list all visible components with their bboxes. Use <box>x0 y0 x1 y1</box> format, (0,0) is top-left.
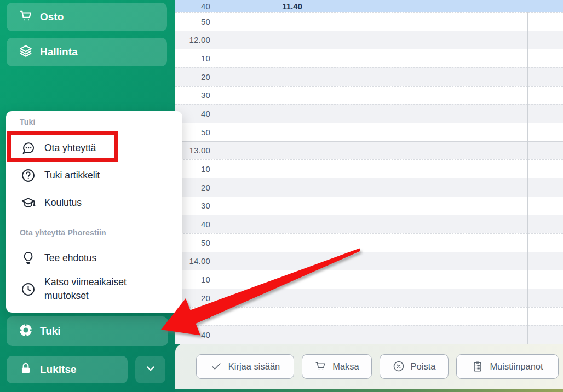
time-slot-row[interactable]: 20 <box>175 67 563 86</box>
popup-item-tuki-artikkelit[interactable]: Tuki artikkelit <box>6 162 182 189</box>
popup-item-tee-ehdotus[interactable]: Tee ehdotus <box>6 244 182 272</box>
time-slot-row[interactable]: 40 <box>175 104 563 123</box>
sidebar-button-label: Tuki <box>40 325 61 337</box>
time-slot-row-selected[interactable]: 4011.40 <box>175 0 563 12</box>
sidebar-button-label: Osto <box>40 11 64 23</box>
chat-bubble-icon <box>21 141 36 155</box>
popup-item-label: Koulutus <box>44 197 82 209</box>
popup-divider <box>6 218 182 218</box>
popup-item-koulutus[interactable]: Koulutus <box>6 189 182 216</box>
time-slot-row[interactable]: 50 <box>175 233 563 252</box>
time-slot-row[interactable]: 10 <box>175 270 563 289</box>
clock-icon <box>21 282 36 297</box>
appointment-action-bar: Kirjaa sisäänMaksaPoistaMuistiinpanot <box>175 344 563 389</box>
x-circle-icon <box>393 360 405 372</box>
lock-icon <box>19 361 33 378</box>
time-slot-row[interactable]: 40 <box>175 215 563 233</box>
app-window: 4011.405012.00102030405013.0010203040501… <box>0 0 563 392</box>
action-button-kirjaa-sis-n[interactable]: Kirjaa sisään <box>196 354 294 379</box>
time-label: 12.00 <box>175 31 210 49</box>
cart-icon <box>314 360 326 372</box>
popup-item-label: Tee ehdotus <box>44 252 96 264</box>
sidebar-button-tuki[interactable]: Tuki <box>7 316 168 346</box>
time-slot-row[interactable]: 30 <box>175 197 563 215</box>
popup-item-ota-yhteyttä[interactable]: Ota yhteyttä <box>6 134 182 162</box>
time-gutter-divider <box>214 0 214 344</box>
time-slot-row[interactable]: 30 <box>175 307 563 326</box>
sidebar-button-hallinta[interactable]: Hallinta <box>7 38 167 66</box>
time-label: 30 <box>175 87 210 105</box>
action-button-muistiinpanot[interactable]: Muistiinpanot <box>456 354 559 379</box>
time-slot-row[interactable]: 10 <box>175 159 563 178</box>
action-button-label: Kirjaa sisään <box>228 361 280 372</box>
action-button-label: Maksa <box>332 361 359 372</box>
help-circle-icon <box>21 168 36 183</box>
time-slot-row[interactable]: 30 <box>175 86 563 105</box>
time-slot-row[interactable]: 50 <box>175 123 563 141</box>
time-label: 50 <box>175 13 210 31</box>
action-button-label: Poista <box>411 361 436 372</box>
sidebar-button-osto[interactable]: Osto <box>7 3 167 31</box>
popup-item-label: Ota yhteyttä <box>44 142 96 154</box>
main-content: 4011.405012.00102030405013.0010203040501… <box>175 0 563 392</box>
action-button-poista[interactable]: Poista <box>380 354 449 379</box>
popup-item-label: Katso viimeaikaisetmuutokset <box>44 275 127 303</box>
action-button-maksa[interactable]: Maksa <box>302 354 372 379</box>
sidebar-button-label: Hallinta <box>40 46 78 58</box>
popup-section-title: Ota yhteyttä Phorestiin <box>20 228 106 237</box>
time-label: 40 <box>175 326 210 344</box>
graduation-cap-icon <box>21 195 36 210</box>
check-icon <box>210 360 222 372</box>
popup-section-title: Tuki <box>20 118 36 126</box>
action-button-label: Muistiinpanot <box>490 361 543 372</box>
sidebar-expand-button[interactable] <box>135 356 165 383</box>
time-slot-row[interactable]: 14.00 <box>175 252 563 270</box>
layers-icon <box>19 44 33 61</box>
selected-appointment-time: 11.40 <box>214 0 371 12</box>
time-label: 40 <box>175 0 210 12</box>
popup-item-katso-viimeaikaiset-muutokset[interactable]: Katso viimeaikaisetmuutokset <box>6 272 182 307</box>
support-popup-menu: Tuki Ota yhteyttäTuki artikkelitKoulutus… <box>6 111 182 313</box>
sidebar-button-label: Lukitse <box>40 364 77 376</box>
life-buoy-icon <box>19 323 33 340</box>
time-slot-row[interactable]: 13.00 <box>175 141 563 160</box>
time-slot-row[interactable]: 12.00 <box>175 31 563 49</box>
time-slot-row[interactable]: 50 <box>175 12 563 31</box>
cart-icon <box>19 9 33 26</box>
column-divider-2 <box>527 0 528 344</box>
time-slot-row[interactable]: 10 <box>175 49 563 67</box>
sidebar-button-lukitse[interactable]: Lukitse <box>7 356 128 383</box>
time-slot-row[interactable]: 20 <box>175 289 563 307</box>
column-divider-1 <box>371 0 371 344</box>
schedule-grid[interactable]: 4011.405012.00102030405013.0010203040501… <box>175 0 563 344</box>
chevron-down-icon <box>143 361 158 378</box>
popup-item-label: Tuki artikkelit <box>44 170 100 181</box>
time-slot-row[interactable]: 40 <box>175 325 563 344</box>
lightbulb-icon <box>21 251 36 266</box>
time-slot-row[interactable]: 20 <box>175 178 563 197</box>
time-label: 10 <box>175 49 210 67</box>
time-label: 20 <box>175 68 210 86</box>
clipboard-icon <box>472 360 484 372</box>
